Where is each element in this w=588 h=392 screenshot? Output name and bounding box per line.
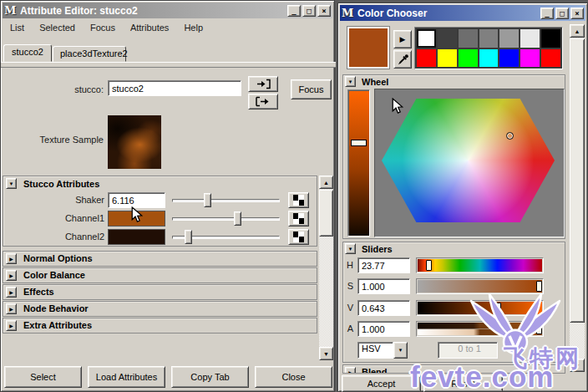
select-button[interactable]: Select (4, 366, 82, 388)
scroll-up-icon[interactable]: ▲ (570, 24, 585, 38)
shaker-label: Shaker (17, 195, 104, 205)
slider-marker[interactable] (426, 260, 432, 271)
palette-cell[interactable] (541, 49, 560, 68)
section-node-behavior[interactable]: ▶ Node Behavior (3, 301, 317, 317)
color-chooser-scrollbar[interactable]: ▲ ▼ (570, 24, 585, 372)
value-gradient-bar[interactable] (347, 89, 370, 237)
wheel-selection-marker[interactable] (506, 132, 514, 140)
section-title: Normal Options (23, 253, 93, 263)
menu-help[interactable]: Help (176, 20, 210, 35)
attribute-editor-scrollbar[interactable]: ▲ ▼ (319, 176, 333, 360)
chevron-down-icon[interactable]: ▼ (393, 342, 408, 359)
show-output-connections-button[interactable] (248, 94, 278, 109)
menu-list[interactable]: List (3, 20, 32, 35)
color-chooser-titlebar[interactable]: M Color Chooser _ □ × (340, 5, 585, 21)
scrollbar-thumb[interactable] (319, 190, 333, 237)
saturation-input[interactable] (357, 278, 410, 294)
maximize-button[interactable]: □ (302, 5, 316, 17)
collapse-arrow-icon[interactable]: ▼ (345, 243, 356, 254)
hue-input[interactable] (357, 257, 410, 273)
palette-cell[interactable] (479, 29, 499, 48)
expand-arrow-icon[interactable]: ▶ (6, 253, 17, 264)
stucco-attributes-section: ▼ Stucco Attributes Shaker Channel1 Chan… (3, 176, 317, 247)
hue-slider[interactable] (416, 257, 544, 273)
eyedropper-button[interactable] (393, 50, 412, 69)
palette-cell[interactable] (520, 29, 540, 48)
color-mode-dropdown[interactable]: HSV ▼ (357, 342, 408, 359)
menu-attributes[interactable]: Attributes (123, 20, 176, 35)
color-mode-value: HSV (357, 342, 393, 359)
palette-cell[interactable] (499, 29, 519, 48)
palette-cell[interactable] (417, 49, 436, 68)
expand-arrow-icon[interactable]: ▶ (6, 320, 17, 331)
expand-arrow-icon[interactable]: ▶ (345, 367, 356, 374)
texture-sample-swatch[interactable] (108, 115, 161, 169)
hexagon-color-wheel[interactable] (382, 99, 555, 222)
hue-gradient (418, 259, 542, 272)
slider-track[interactable] (172, 217, 280, 221)
stucco-name-input[interactable] (108, 80, 241, 96)
collapse-arrow-icon[interactable]: ▼ (6, 178, 17, 189)
palette-cell[interactable] (417, 29, 436, 48)
channel2-map-button[interactable] (288, 229, 309, 245)
palette-cell[interactable] (438, 29, 457, 48)
current-color-swatch (347, 27, 389, 69)
channel2-slider[interactable] (170, 229, 281, 245)
close-button[interactable]: × (570, 8, 584, 19)
palette-menu-button[interactable]: ▶ (393, 30, 412, 48)
checker-map-icon (293, 195, 304, 206)
channel1-slider[interactable] (170, 211, 281, 227)
section-title: Color Balance (23, 270, 85, 280)
slider-thumb[interactable] (204, 193, 211, 207)
shaker-slider[interactable] (170, 192, 281, 208)
tab-place3dtexture2[interactable]: place3dTexture2 (53, 46, 126, 62)
minimize-button[interactable]: _ (287, 5, 301, 17)
focus-button[interactable]: Focus (291, 79, 332, 99)
menu-selected[interactable]: Selected (32, 20, 83, 35)
show-input-connections-button[interactable] (248, 76, 278, 92)
scroll-up-icon[interactable]: ▲ (319, 176, 333, 189)
maya-icon: M (342, 7, 354, 19)
expand-arrow-icon[interactable]: ▶ (6, 287, 17, 298)
color-wheel-panel[interactable] (374, 89, 565, 237)
channel2-label: Channel2 (17, 232, 104, 242)
section-extra-attributes[interactable]: ▶ Extra Attributes (3, 318, 317, 333)
palette-cell[interactable] (479, 49, 499, 68)
scrollbar-thumb[interactable] (570, 38, 585, 323)
channel1-map-button[interactable] (288, 211, 309, 227)
slider-thumb[interactable] (185, 230, 192, 244)
palette-cell[interactable] (459, 49, 478, 68)
palette-cell[interactable] (541, 29, 560, 48)
expand-arrow-icon[interactable]: ▶ (6, 270, 17, 281)
maximize-button[interactable]: □ (555, 8, 569, 19)
collapse-arrow-icon[interactable]: ▼ (345, 76, 356, 87)
mouse-cursor (131, 206, 143, 224)
channel2-color-swatch[interactable] (108, 229, 165, 245)
attribute-editor-titlebar[interactable]: M Attribute Editor: stucco2 _ □ × (3, 3, 332, 18)
accept-button[interactable]: Accept (342, 375, 421, 392)
expand-arrow-icon[interactable]: ▶ (6, 303, 17, 314)
copy-tab-button[interactable]: Copy Tab (171, 366, 249, 388)
value-input[interactable] (357, 300, 410, 316)
blend-section-title: Blend (362, 367, 388, 374)
section-effects[interactable]: ▶ Effects (3, 284, 317, 300)
load-attributes-button[interactable]: Load Attributes (88, 366, 165, 388)
minimize-button[interactable]: _ (540, 8, 554, 19)
tab-stucco2[interactable]: stucco2 (3, 44, 52, 62)
palette-cell[interactable] (459, 29, 478, 48)
close-button[interactable]: × (317, 5, 331, 17)
section-normal-options[interactable]: ▶ Normal Options (3, 251, 317, 267)
menu-focus[interactable]: Focus (83, 20, 123, 35)
section-color-balance[interactable]: ▶ Color Balance (3, 267, 317, 283)
slider-track[interactable] (172, 199, 280, 202)
palette-cell[interactable] (438, 49, 457, 68)
palette-cell[interactable] (499, 49, 519, 68)
close-tab-button[interactable]: Close (255, 366, 332, 388)
value-bar-handle[interactable] (351, 140, 367, 146)
scroll-down-icon[interactable]: ▼ (319, 347, 333, 360)
arrow-into-box-icon (255, 79, 271, 89)
alpha-input[interactable] (357, 321, 410, 337)
slider-thumb[interactable] (234, 211, 241, 226)
palette-cell[interactable] (520, 49, 540, 68)
shaker-map-button[interactable] (288, 192, 309, 208)
